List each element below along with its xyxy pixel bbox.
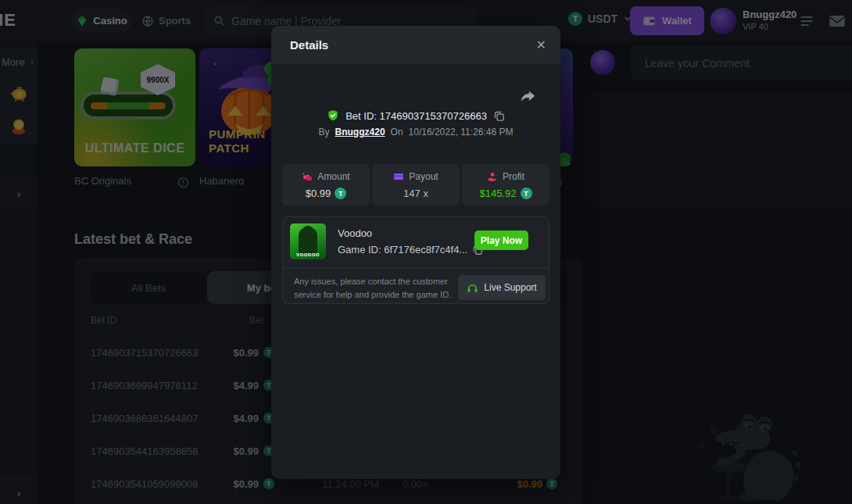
bet-details-modal: Details ✕ Bet ID: 1746903715370726663 By… <box>271 26 560 479</box>
game-id-row: Game ID: 6f7176ec8f7c4f4... <box>338 244 483 256</box>
amount-cash-icon <box>302 171 313 182</box>
tether-icon: T <box>335 188 346 199</box>
copy-icon[interactable] <box>493 110 505 122</box>
stat-label: Amount <box>317 171 349 182</box>
game-name: Voodoo <box>338 227 372 239</box>
game-id-text: Game ID: 6f7176ec8f7c4f4... <box>338 244 467 256</box>
support-text: Any issues, please contact the customer … <box>294 275 451 302</box>
game-thumbnail[interactable]: VOODOO <box>290 223 326 259</box>
bet-id-text: Bet ID: 1746903715370726663 <box>345 110 487 122</box>
payout-card-icon <box>393 171 404 182</box>
bet-meta-row: By Bnuggz420 On 10/16/2022, 11:26:46 PM <box>271 127 560 138</box>
stat-card-amount: Amount $0.99 T <box>282 164 370 206</box>
modal-title: Details <box>290 38 328 52</box>
modal-header: Details ✕ <box>271 26 560 64</box>
stat-value: $145.92 <box>480 188 517 199</box>
stat-value: 147 x <box>403 188 428 199</box>
stat-value: $0.99 <box>306 188 331 199</box>
game-info-card: VOODOO Voodoo Game ID: 6f7176ec8f7c4f4..… <box>282 216 550 304</box>
stat-cards: Amount $0.99 T Payout 147 x <box>282 164 550 206</box>
divider <box>283 267 549 268</box>
author-link[interactable]: Bnuggz420 <box>335 127 385 138</box>
stat-card-profit: Profit $145.92 T <box>462 164 550 206</box>
close-icon[interactable]: ✕ <box>536 38 546 52</box>
headphones-icon <box>467 282 478 294</box>
play-now-button[interactable]: Play Now <box>474 231 528 250</box>
game-thumbnail-label: VOODOO <box>290 252 326 257</box>
verified-shield-icon <box>327 109 339 122</box>
stat-label: Profit <box>503 171 524 182</box>
tether-icon: T <box>521 188 532 199</box>
share-icon[interactable] <box>520 88 536 105</box>
live-support-label: Live Support <box>484 282 536 293</box>
stat-card-payout: Payout 147 x <box>372 164 460 206</box>
profit-hand-coin-icon <box>487 171 498 182</box>
bet-datetime: 10/16/2022, 11:26:46 PM <box>409 127 514 138</box>
live-support-button[interactable]: Live Support <box>458 275 546 300</box>
page: ME Casino Sports T USDT <box>0 0 852 504</box>
stat-label: Payout <box>409 171 438 182</box>
bet-id-row: Bet ID: 1746903715370726663 <box>271 109 560 122</box>
by-label: By <box>319 127 330 138</box>
on-label: On <box>391 127 403 138</box>
